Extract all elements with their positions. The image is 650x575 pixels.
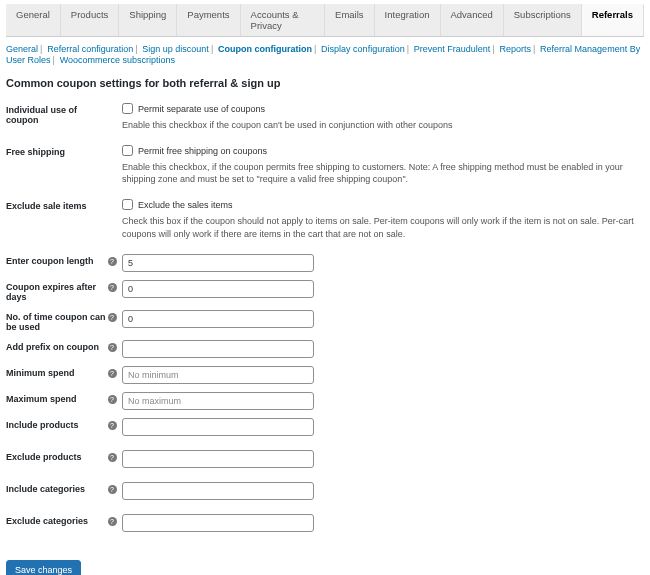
help-icon[interactable]: ? xyxy=(108,283,117,292)
label-free-shipping: Free shipping xyxy=(6,145,106,157)
top-tabs: General Products Shipping Payments Accou… xyxy=(6,4,644,37)
input-min-spend[interactable] xyxy=(122,366,314,384)
tab-general[interactable]: General xyxy=(6,4,61,36)
input-exclude-products[interactable] xyxy=(122,450,314,468)
tab-payments[interactable]: Payments xyxy=(177,4,240,36)
input-include-categories[interactable] xyxy=(122,482,314,500)
checkbox-individual-use[interactable] xyxy=(122,103,133,114)
subnav-signup-discount[interactable]: Sign up discount xyxy=(142,44,209,54)
label-min-spend: Minimum spend xyxy=(6,366,106,378)
checkbox-exclude-sale-items-label: Exclude the sales items xyxy=(138,200,233,210)
input-coupon-expires[interactable] xyxy=(122,280,314,298)
label-exclude-products: Exclude products xyxy=(6,450,106,462)
tab-emails[interactable]: Emails xyxy=(325,4,375,36)
field-exclude-sale-items[interactable]: Exclude the sales items xyxy=(122,199,644,210)
help-icon[interactable]: ? xyxy=(108,395,117,404)
label-exclude-categories: Exclude categories xyxy=(6,514,106,526)
tab-integration[interactable]: Integration xyxy=(375,4,441,36)
help-icon[interactable]: ? xyxy=(108,517,117,526)
label-include-categories: Include categories xyxy=(6,482,106,494)
label-individual-use: Individual use of coupon xyxy=(6,103,106,125)
field-individual-use[interactable]: Permit separate use of coupons xyxy=(122,103,644,114)
help-icon[interactable]: ? xyxy=(108,343,117,352)
subnav-display-configuration[interactable]: Display configuration xyxy=(321,44,405,54)
tab-products[interactable]: Products xyxy=(61,4,120,36)
subnav-prevent-fraudulent[interactable]: Prevent Fraudulent xyxy=(414,44,491,54)
checkbox-free-shipping-label: Permit free shipping on coupons xyxy=(138,146,267,156)
subnav-coupon-configuration[interactable]: Coupon configuration xyxy=(218,44,312,54)
label-times-used: No. of time coupon can be used xyxy=(6,310,106,332)
label-coupon-expires: Coupon expires after days xyxy=(6,280,106,302)
tab-shipping[interactable]: Shipping xyxy=(119,4,177,36)
input-add-prefix[interactable] xyxy=(122,340,314,358)
label-coupon-length: Enter coupon length xyxy=(6,254,106,266)
desc-individual-use: Enable this checkbox if the coupon can't… xyxy=(122,119,644,131)
input-exclude-categories[interactable] xyxy=(122,514,314,532)
checkbox-exclude-sale-items[interactable] xyxy=(122,199,133,210)
help-icon[interactable]: ? xyxy=(108,485,117,494)
help-icon[interactable]: ? xyxy=(108,421,117,430)
checkbox-free-shipping[interactable] xyxy=(122,145,133,156)
label-max-spend: Maximum spend xyxy=(6,392,106,404)
tab-referrals[interactable]: Referrals xyxy=(582,4,644,36)
subnav-referral-configuration[interactable]: Referral configuration xyxy=(47,44,133,54)
checkbox-individual-use-label: Permit separate use of coupons xyxy=(138,104,265,114)
input-coupon-length[interactable] xyxy=(122,254,314,272)
desc-exclude-sale-items: Check this box if the coupon should not … xyxy=(122,215,644,239)
save-button[interactable]: Save changes xyxy=(6,560,81,575)
tab-subscriptions[interactable]: Subscriptions xyxy=(504,4,582,36)
help-icon[interactable]: ? xyxy=(108,369,117,378)
subnav-woocommerce-subscriptions[interactable]: Woocommerce subscriptions xyxy=(60,55,175,65)
input-include-products[interactable] xyxy=(122,418,314,436)
tab-advanced[interactable]: Advanced xyxy=(441,4,504,36)
input-times-used[interactable] xyxy=(122,310,314,328)
input-max-spend[interactable] xyxy=(122,392,314,410)
subnav-reports[interactable]: Reports xyxy=(499,44,531,54)
help-icon[interactable]: ? xyxy=(108,257,117,266)
label-include-products: Include products xyxy=(6,418,106,430)
section-title: Common coupon settings for both referral… xyxy=(6,77,644,89)
tab-accounts-privacy[interactable]: Accounts & Privacy xyxy=(241,4,326,36)
sub-nav: General| Referral configuration| Sign up… xyxy=(6,37,644,69)
label-add-prefix: Add prefix on coupon xyxy=(6,340,106,352)
subnav-general[interactable]: General xyxy=(6,44,38,54)
label-exclude-sale-items: Exclude sale items xyxy=(6,199,106,211)
desc-free-shipping: Enable this checkbox, if the coupon perm… xyxy=(122,161,644,185)
help-icon[interactable]: ? xyxy=(108,313,117,322)
help-icon[interactable]: ? xyxy=(108,453,117,462)
field-free-shipping[interactable]: Permit free shipping on coupons xyxy=(122,145,644,156)
